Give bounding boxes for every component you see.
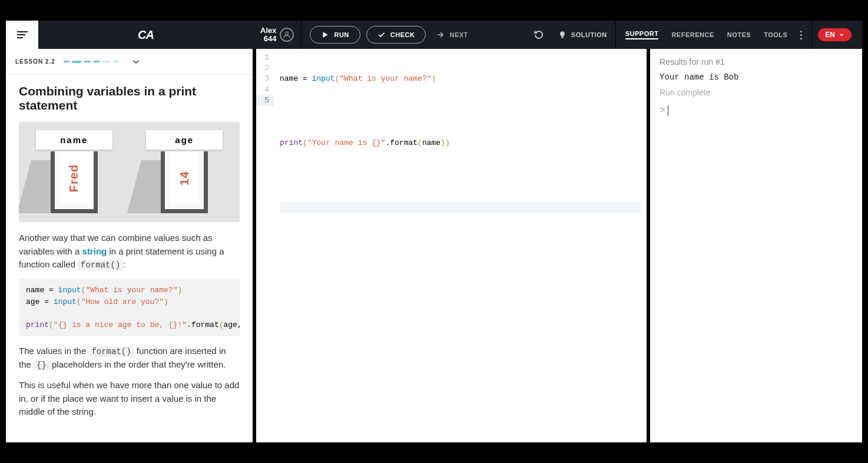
user-area[interactable]: Alex 644 xyxy=(253,27,301,44)
lesson-progress[interactable] xyxy=(64,61,119,63)
var1-value: Fred xyxy=(67,164,81,191)
example-code-block: name = input("What is your name?") age =… xyxy=(19,279,240,336)
output-title: Results for run #1 xyxy=(660,57,853,67)
nav-support[interactable]: SUPPORT xyxy=(625,30,659,39)
var2-value: 14 xyxy=(178,171,191,185)
top-nav: SUPPORT REFERENCE NOTES TOOLS xyxy=(616,30,812,39)
play-icon xyxy=(321,31,329,39)
string-link[interactable]: string xyxy=(82,246,107,256)
lesson-bar: LESSON 2.2 xyxy=(6,49,253,75)
next-label: NEXT xyxy=(449,31,468,38)
hamburger-icon xyxy=(17,31,28,38)
output-pane: Results for run #1 Your name is Bob Run … xyxy=(650,49,862,442)
chevron-down-icon[interactable] xyxy=(131,57,141,67)
code-editor[interactable]: name = input("What is your name?") print… xyxy=(274,49,647,442)
lesson-paragraph-1: Another way that we can combine values s… xyxy=(19,231,240,272)
logo-icon: CA xyxy=(138,28,154,42)
user-name: Alex xyxy=(260,27,276,35)
editor-pane: 1 2 3 4 5 name = input("What is your nam… xyxy=(256,49,650,442)
run-button[interactable]: RUN xyxy=(310,26,360,44)
solution-label: SOLUTION xyxy=(571,31,607,38)
format-code: format() xyxy=(78,260,123,270)
chevron-down-icon xyxy=(839,32,844,38)
variables-illustration: name Fred age 14 xyxy=(19,122,240,222)
check-icon xyxy=(377,31,386,39)
lesson-pane: LESSON 2.2 Combining variables in a prin… xyxy=(6,49,256,442)
output-prompt[interactable]: > xyxy=(660,105,853,116)
var2-label: age xyxy=(146,130,223,150)
svg-point-0 xyxy=(286,32,289,35)
avatar-icon xyxy=(280,28,294,42)
lesson-content[interactable]: Combining variables in a print statement… xyxy=(6,75,253,442)
arrow-right-icon xyxy=(436,31,445,39)
lesson-paragraph-3: This is useful when we have more than on… xyxy=(19,379,240,419)
undo-button[interactable] xyxy=(528,29,550,40)
svg-rect-1 xyxy=(561,37,564,38)
nav-reference[interactable]: REFERENCE xyxy=(671,31,714,38)
user-points: 644 xyxy=(260,35,276,43)
check-button[interactable]: CHECK xyxy=(366,26,426,44)
solution-button[interactable]: SOLUTION xyxy=(550,31,615,39)
lightbulb-icon xyxy=(558,31,566,39)
next-button[interactable]: NEXT xyxy=(432,31,472,39)
cursor-icon xyxy=(668,105,669,116)
more-menu-icon[interactable] xyxy=(800,31,802,39)
var1-label: name xyxy=(36,130,112,150)
run-label: RUN xyxy=(334,31,349,38)
logo-area: CA xyxy=(38,28,253,42)
check-label: CHECK xyxy=(390,31,415,38)
menu-button[interactable] xyxy=(6,21,38,49)
lesson-paragraph-2: The values in the format() function are … xyxy=(19,345,240,372)
output-complete: Run complete xyxy=(660,88,853,97)
nav-tools[interactable]: TOOLS xyxy=(764,31,787,38)
line-gutter: 1 2 3 4 5 xyxy=(256,49,274,442)
output-line: Your name is Bob xyxy=(660,72,853,82)
nav-notes[interactable]: NOTES xyxy=(727,31,751,38)
lesson-title: Combining variables in a print statement xyxy=(19,84,240,113)
topbar: CA Alex 644 RUN CHECK NEXT xyxy=(6,21,862,49)
lesson-label: LESSON 2.2 xyxy=(15,58,55,65)
language-selector[interactable]: EN xyxy=(818,28,852,41)
undo-icon xyxy=(534,29,544,40)
language-label: EN xyxy=(825,31,835,39)
